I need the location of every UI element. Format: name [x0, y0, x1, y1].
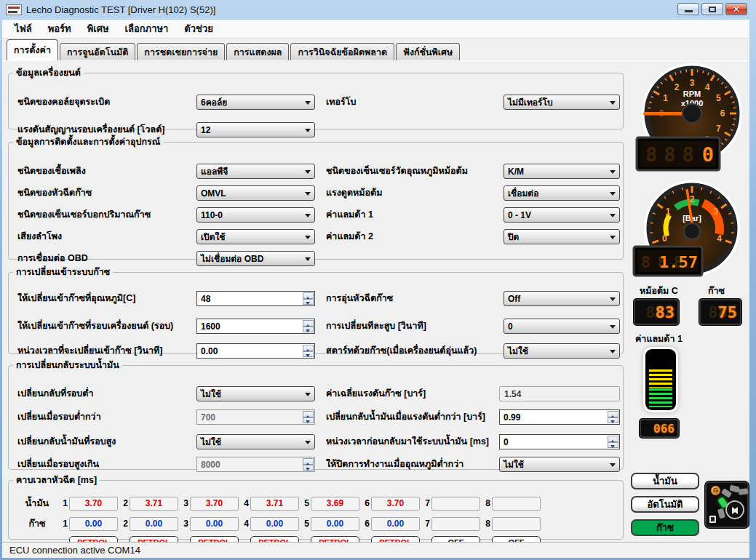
per-cylinder-select[interactable]: 0	[504, 319, 620, 334]
group-title: คาบเวลาหัวฉีด [ms]	[13, 473, 100, 487]
tab-2[interactable]: การชดเชยการจ่าย	[137, 43, 225, 60]
high-rpm-switch-select[interactable]: ไม่ใช้	[196, 434, 315, 449]
tab-1[interactable]: การจูนอัตโนมัติ	[60, 43, 135, 60]
injector-type-select[interactable]: OMVL	[196, 185, 315, 201]
spin-down-icon[interactable]	[303, 327, 314, 333]
spin-up-icon[interactable]	[303, 320, 314, 327]
spin-up-icon[interactable]	[303, 458, 314, 465]
spin-down-icon[interactable]	[608, 442, 618, 449]
gas-mode-button[interactable]: ก๊าซ	[631, 519, 699, 536]
switch-delay-label: หน่วงเวลาที่จะเปลี่ยนเข้าก๊าซ [วินาที]	[17, 343, 162, 358]
menu-item-1[interactable]: พอร์ท	[40, 19, 79, 39]
level-segment-5	[739, 488, 749, 495]
low-rpm-switch-select[interactable]: ไม่ใช้	[196, 386, 315, 401]
turbo-select[interactable]: ไม่มีเทอร์โบ	[504, 95, 620, 110]
spin-up-icon[interactable]	[303, 411, 314, 417]
below-rpm-input[interactable]: 700	[196, 409, 315, 425]
close-button[interactable]: ✕	[725, 3, 747, 15]
spin-down-icon[interactable]	[303, 299, 314, 305]
svg-text:0: 0	[662, 233, 667, 244]
window-title: Lecho Diagnostic TEST [Driver H(102) S(5…	[26, 4, 215, 15]
menu-bar: ไฟล์พอร์ทพิเศษเลือกภาษาตัวช่วย	[2, 20, 749, 39]
spin-up-icon[interactable]	[303, 345, 314, 351]
injector-warming-select[interactable]: Off	[504, 291, 620, 306]
vacuum-select[interactable]: เชื่อมต่อ	[504, 185, 620, 201]
menu-item-0[interactable]: ไฟล์	[7, 19, 40, 39]
injection-petrol-row: น้ำมัน 13.7023.7133.7043.7153.6963.7078	[15, 496, 543, 511]
injector-index: 3	[180, 519, 190, 529]
svg-text:1: 1	[666, 207, 671, 217]
group-petrol-switch: การเปลี่ยนกลับระบบน้ำมัน เปลี่ยนกลับที่ร…	[8, 358, 624, 470]
spin-down-icon[interactable]	[303, 465, 314, 471]
title-bar[interactable]: Lecho Diagnostic TEST [Driver H(102) S(5…	[0, 0, 756, 20]
lambda2-config-label: ค่าแลมด้า 2	[326, 229, 373, 244]
avg-pressure-label: ค่าเฉลี่ยแรงดันก๊าซ [บาร์]	[326, 386, 426, 401]
injector-index: 2	[120, 519, 130, 529]
tab-3[interactable]: การแสดงผล	[226, 43, 289, 60]
spin-down-icon[interactable]	[303, 351, 314, 358]
gauge-panel: 0 1 2 3 4 5 6 7 8 RPM x1000 8	[625, 61, 749, 543]
auto-mode-button[interactable]: อัตโนมัติ	[631, 496, 699, 513]
speaker-select[interactable]: เปิดใช้	[196, 229, 315, 244]
switch-rpm-input[interactable]: 1600	[196, 319, 315, 334]
svg-text:6: 6	[720, 108, 725, 119]
rpm-display-value: 0	[702, 143, 714, 166]
over-rpm-input[interactable]: 8000	[196, 457, 315, 472]
rpm-lcd: 888 0	[637, 137, 720, 170]
petrol-time-field-1: 3.70	[69, 497, 118, 511]
minimize-icon	[685, 10, 693, 12]
coil-type-select[interactable]: 6คอล์ย	[196, 95, 315, 110]
low-rpm-switch-label: เปลี่ยนกลับที่รอบต่ำ	[17, 386, 93, 401]
lambda-bar-yellow-zone	[649, 369, 672, 388]
injector-index: 1	[60, 519, 69, 529]
gas-row-label: ก๊าซ	[15, 516, 60, 531]
hot-start-label: สตาร์ทด้วยก๊าซ(เมื่อเครื่องยนต์อุ่นแล้ว)	[326, 343, 477, 358]
hot-start-select[interactable]: ไม่ใช้	[504, 343, 620, 359]
group-title: ข้อมูลการติดตั้งและการตั้งค่าอุปกรณ์	[13, 135, 163, 149]
pressure-display-value: 1.57	[659, 253, 698, 271]
avg-pressure-value: 1.54	[499, 386, 620, 401]
petrol-mode-button[interactable]: น้ำมัน	[631, 473, 699, 489]
fuel-type-select[interactable]: แอลพีจี	[196, 164, 315, 179]
pressure-below-label: เปลี่ยนกลับน้ำมันเมื่อแรงดันต่ำกว่า [บาร…	[326, 409, 485, 424]
obd-select[interactable]: ไม่เชื่อมต่อ OBD	[196, 251, 315, 266]
menu-item-4[interactable]: ตัวช่วย	[176, 19, 220, 39]
temp-off-select[interactable]: ไม่ใช้	[499, 457, 620, 472]
svg-text:7: 7	[716, 124, 721, 134]
spin-up-icon[interactable]	[608, 436, 618, 442]
injector-index: 7	[422, 519, 431, 529]
injector-index: 5	[301, 498, 311, 508]
menu-item-3[interactable]: เลือกภาษา	[117, 19, 177, 39]
lambda1-config-label: ค่าแลมด้า 1	[326, 207, 373, 222]
maximize-button[interactable]	[701, 3, 723, 15]
level-segment-1	[717, 508, 725, 519]
fuel-type-label: ชนิดของเชื้อเพลิง	[17, 164, 86, 178]
tab-4[interactable]: การวินิจฉัยข้อผิดพลาด	[290, 43, 394, 60]
menu-item-2[interactable]: พิเศษ	[79, 19, 117, 39]
spin-up-icon[interactable]	[303, 292, 314, 299]
minimize-button[interactable]	[677, 3, 699, 15]
gas-level-switch-widget[interactable]: G	[705, 481, 749, 528]
spin-down-icon[interactable]	[303, 417, 314, 424]
switch-arrows-button[interactable]	[725, 500, 744, 519]
injector-index: 7	[422, 498, 431, 508]
tab-5[interactable]: ฟังก์ชั่นพิเศษ	[396, 43, 460, 60]
injector-warming-label: การอุ่นหัวฉีดก๊าซ	[326, 291, 393, 305]
gas-time-field-1: 0.00	[69, 517, 118, 531]
spin-down-icon[interactable]	[608, 417, 618, 424]
switch-temp-input[interactable]: 48	[196, 291, 315, 306]
switch-delay-input[interactable]: 0.00	[196, 343, 315, 359]
lambda1-select[interactable]: 0 - 1V	[504, 207, 620, 223]
tab-0[interactable]: การตั้งค่า	[7, 39, 58, 60]
delay-back-input[interactable]: 0	[499, 434, 620, 449]
group-engine-info: ข้อมูลเครื่องยนต์ ชนิดของคอล์ยจุดระเบิด …	[8, 65, 624, 129]
svg-text:888: 888	[645, 143, 701, 166]
temp-sensor-select[interactable]: K/M	[504, 164, 620, 179]
pressure-below-input[interactable]: 0.99	[499, 409, 620, 425]
svg-text:4: 4	[717, 233, 722, 244]
over-rpm-label: เปลี่ยนเมื่อรอบสูงเกิน	[17, 457, 99, 471]
level-sensor-select[interactable]: 110-0	[196, 207, 315, 223]
spin-up-icon[interactable]	[608, 411, 618, 417]
lambda2-select[interactable]: ปิด	[504, 229, 620, 244]
svg-text:2: 2	[690, 194, 695, 204]
